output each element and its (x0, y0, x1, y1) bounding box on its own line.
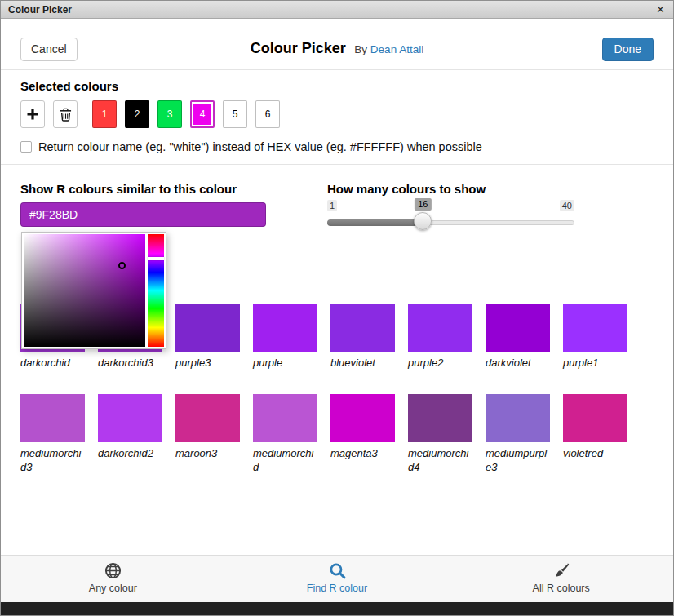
cancel-button[interactable]: Cancel (20, 38, 78, 61)
colour-swatch[interactable] (175, 304, 240, 352)
colour-name: purple3 (175, 356, 240, 370)
selected-swatch-4[interactable]: 4 (190, 100, 215, 128)
slider-fill (327, 219, 423, 226)
colour-result[interactable]: purple (253, 304, 317, 370)
modal-header: Cancel Colour Picker By Dean Attali Done (1, 19, 673, 70)
colour-count-column: How many colours to show 1 16 40 (327, 165, 574, 234)
author-link[interactable]: Dean Attali (370, 43, 423, 55)
paintbrush-icon (552, 562, 570, 579)
colour-name: darkorchid3 (98, 356, 162, 370)
return-name-option: Return colour name (eg. "white") instead… (1, 140, 673, 153)
colour-count-slider: 1 16 40 (327, 198, 574, 234)
colour-swatch[interactable] (408, 304, 472, 352)
plus-icon (26, 108, 39, 121)
delete-colour-button[interactable] (53, 100, 78, 128)
byline: By Dean Attali (354, 43, 423, 55)
colour-swatch[interactable] (253, 394, 317, 442)
tab-label: Any colour (89, 583, 137, 594)
hue-strip[interactable] (148, 234, 164, 347)
colour-result[interactable]: purple3 (175, 304, 240, 370)
sv-marker[interactable] (118, 262, 126, 269)
window-title: Colour Picker (8, 4, 655, 16)
tab-label: Find R colour (307, 583, 367, 594)
selected-colours-section: Selected colours 1 2 3 4 5 6 (1, 79, 673, 128)
selected-swatch-6[interactable]: 6 (255, 100, 280, 128)
selected-swatch-2[interactable]: 2 (125, 100, 149, 128)
colour-result[interactable]: blueviolet (330, 304, 395, 370)
colour-swatch[interactable] (98, 394, 162, 442)
dialog-title: Colour Picker By Dean Attali (251, 40, 423, 57)
selected-colours-heading: Selected colours (20, 79, 654, 94)
colour-name: darkviolet (486, 356, 550, 370)
colour-result[interactable]: darkviolet (486, 304, 550, 370)
colour-name: maroon3 (175, 446, 240, 460)
colour-result[interactable]: purple2 (408, 304, 472, 370)
slider-min-label: 1 (327, 200, 337, 211)
colour-name: mediumorchid3 (20, 446, 85, 474)
colour-swatch[interactable] (330, 394, 395, 442)
colour-result[interactable]: mediumorchid3 (20, 394, 85, 474)
tab-any-colour[interactable]: Any colour (1, 556, 225, 602)
similar-colour-input[interactable] (20, 202, 266, 227)
colour-name: magenta3 (330, 446, 395, 460)
colour-result[interactable]: violetred (563, 394, 627, 474)
footer-tabs: Any colour Find R colour All R colours (1, 555, 673, 602)
colour-result[interactable]: mediumorchid4 (408, 394, 472, 474)
slider-handle[interactable] (414, 212, 432, 230)
close-icon[interactable]: × (655, 3, 666, 16)
colour-count-heading: How many colours to show (327, 182, 574, 197)
colour-picker-window: Colour Picker × Cancel Colour Picker By … (0, 0, 674, 616)
globe-icon (104, 562, 122, 579)
colour-swatch[interactable] (330, 304, 395, 352)
colour-swatch[interactable] (486, 304, 550, 352)
colour-swatch[interactable] (175, 394, 240, 442)
colour-name: violetred (563, 446, 627, 460)
selected-swatch-5[interactable]: 5 (223, 100, 247, 128)
colour-swatch[interactable] (408, 394, 472, 442)
colour-name: purple1 (563, 356, 627, 370)
colour-name: mediumorchid4 (408, 446, 472, 474)
selected-swatches: 1 2 3 4 5 6 (20, 100, 654, 128)
colour-name: mediumorchid (253, 446, 317, 474)
colour-swatch[interactable] (20, 394, 85, 442)
slider-value-label: 16 (415, 198, 431, 211)
colour-picker-popup (21, 232, 166, 349)
tab-label: All R colours (533, 583, 590, 594)
colour-result[interactable]: magenta3 (330, 394, 395, 474)
window-bottom-edge (1, 602, 673, 615)
colour-result[interactable]: purple1 (563, 304, 627, 370)
colour-name: darkorchid (20, 356, 85, 370)
tab-all-r-colours[interactable]: All R colours (449, 556, 673, 602)
colour-swatch[interactable] (563, 394, 627, 442)
search-icon (329, 562, 346, 579)
trash-icon (60, 108, 72, 122)
colour-name: purple2 (408, 356, 472, 370)
add-colour-button[interactable] (20, 100, 45, 128)
done-button[interactable]: Done (602, 38, 654, 61)
selected-swatch-3[interactable]: 3 (157, 100, 182, 128)
colour-result[interactable]: mediumpurple3 (486, 394, 550, 474)
colour-name: purple (253, 356, 317, 370)
hue-marker[interactable] (148, 257, 164, 260)
colour-swatch[interactable] (486, 394, 550, 442)
similar-colour-heading: Show R colours similar to this colour (20, 182, 327, 197)
colour-result[interactable]: maroon3 (175, 394, 240, 474)
colour-name: darkorchid2 (98, 446, 162, 460)
find-controls: Show R colours similar to this colour Ho… (1, 165, 673, 234)
colour-result[interactable]: mediumorchid (253, 394, 317, 474)
saturation-value-square[interactable] (24, 234, 145, 347)
colour-name: mediumpurple3 (486, 446, 550, 474)
dialog-title-text: Colour Picker (251, 40, 346, 56)
similar-colour-column: Show R colours similar to this colour (20, 165, 327, 234)
tab-find-r-colour[interactable]: Find R colour (225, 556, 450, 602)
colour-swatch[interactable] (563, 304, 627, 352)
return-name-label: Return colour name (eg. "white") instead… (38, 140, 482, 153)
slider-max-label: 40 (560, 200, 574, 211)
window-titlebar: Colour Picker × (1, 1, 673, 19)
colour-result[interactable]: darkorchid2 (98, 394, 162, 474)
colour-swatch[interactable] (253, 304, 317, 352)
colour-name: blueviolet (330, 356, 395, 370)
return-name-checkbox[interactable] (20, 141, 32, 153)
selected-swatch-1[interactable]: 1 (92, 100, 117, 128)
